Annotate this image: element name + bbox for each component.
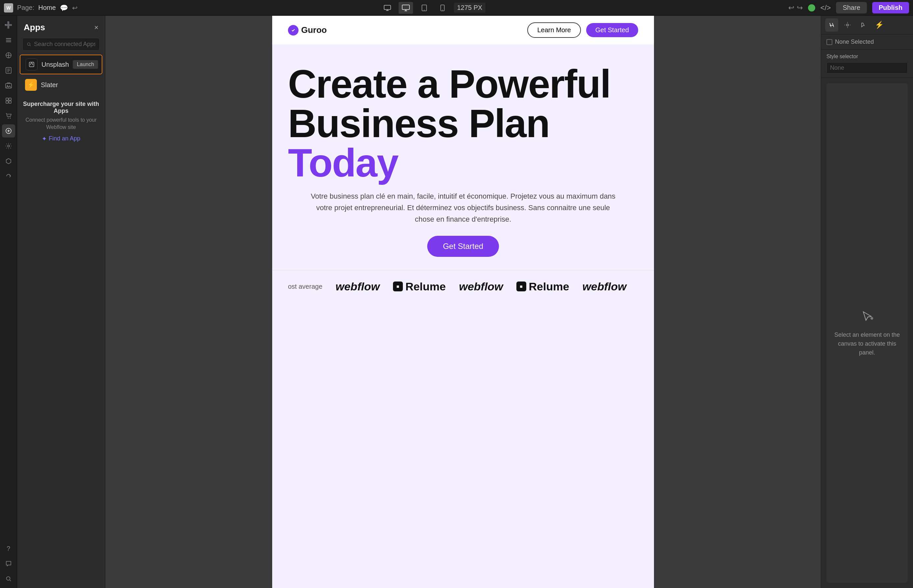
hero-subtext: Votre business plan clé en main, facile,… (308, 191, 618, 225)
search-icon (27, 42, 31, 47)
svg-rect-8 (6, 42, 11, 42)
logo-webflow-2: webflow (459, 280, 503, 293)
logos-label: ost average (288, 283, 322, 291)
canvas-msg-text: Select an element on the canvas to activ… (833, 331, 901, 357)
sidebar-item-layers[interactable] (2, 34, 15, 47)
hero-get-started-btn[interactable]: Get Started (427, 236, 499, 257)
logo-relume-1: ■ Relume (393, 280, 446, 293)
nav-learn-more-btn[interactable]: Learn More (527, 23, 581, 38)
nav-get-started-btn[interactable]: Get Started (586, 23, 638, 37)
sidebar-item-integrations[interactable] (2, 170, 15, 183)
unsplash-launch-btn[interactable]: Launch (73, 60, 98, 69)
sidebar-item-ecommerce[interactable] (2, 109, 15, 122)
sidebar-item-nav[interactable] (2, 48, 15, 62)
right-panel-canvas-msg: Select an element on the canvas to activ… (826, 83, 908, 583)
page-label: Page: (17, 4, 34, 11)
svg-point-5 (442, 10, 443, 10)
topbar-left: W Page: Home 💬 ↩ (4, 3, 78, 13)
tab-lightning[interactable]: ⚡ (873, 18, 885, 32)
right-panel-tabs: ⚡ (821, 16, 913, 34)
svg-rect-15 (6, 101, 8, 103)
undo-btn[interactable]: ↩ (788, 3, 794, 12)
hero-heading: Create a Powerful Business Plan Today (288, 64, 638, 183)
slater-name: Slater (41, 81, 97, 89)
sidebar-item-extensions[interactable] (2, 155, 15, 168)
sidebar-item-apps[interactable] (2, 124, 15, 137)
sidebar-item-cms[interactable] (2, 64, 15, 77)
main-layout: ➕ ? (0, 16, 913, 588)
svg-rect-6 (6, 38, 11, 39)
svg-point-18 (10, 118, 11, 119)
sidebar-item-components[interactable] (2, 94, 15, 107)
code-btn[interactable]: </> (821, 3, 831, 12)
svg-point-22 (28, 43, 30, 45)
svg-point-26 (871, 317, 873, 320)
undo-redo-group: ↩ ↪ (788, 3, 803, 12)
topbar: W Page: Home 💬 ↩ 1275 PX ↩ ↪ </> Share P… (0, 0, 913, 16)
none-selected-label: None Selected (835, 39, 874, 45)
apps-panel-title: Apps (24, 23, 45, 32)
tab-settings[interactable] (841, 18, 854, 32)
hero-cta: Get Started (288, 236, 638, 257)
publish-btn[interactable]: Publish (872, 2, 909, 13)
site-hero: Create a Powerful Business Plan Today Vo… (272, 44, 654, 270)
apps-close-btn[interactable]: × (94, 23, 99, 32)
find-app-link[interactable]: ✦ Find an App (23, 135, 100, 142)
hero-heading-line2: Business Plan Today (288, 103, 638, 183)
site-logo: Guroo (288, 25, 327, 36)
style-selector-input[interactable]: None (826, 62, 908, 74)
svg-rect-14 (9, 98, 11, 100)
app-item-unsplash[interactable]: Unsplash Launch (20, 55, 102, 74)
webflow-logo: W (4, 3, 13, 13)
svg-point-20 (8, 145, 10, 147)
history-icon: ↩ (72, 4, 78, 12)
desktop-btn[interactable] (380, 2, 395, 14)
sidebar-item-add[interactable]: ➕ (2, 18, 15, 32)
svg-point-17 (8, 118, 8, 119)
icon-bar: ➕ ? (0, 16, 17, 588)
apps-panel: Apps × Unsplash Launch ⚡ Slater Supercha… (17, 16, 105, 588)
heading-b-prefix: B (288, 101, 316, 145)
find-app-label: Find an App (49, 135, 80, 142)
apps-promo-desc: Connect powerful tools to your Webflow s… (23, 116, 100, 131)
tab-interactions[interactable] (857, 18, 870, 32)
svg-point-3 (424, 10, 424, 10)
mobile-btn[interactable] (435, 2, 450, 14)
redo-btn[interactable]: ↪ (797, 3, 803, 12)
right-panel-none-selected: None Selected (821, 34, 913, 50)
style-selector-section: Style selector None (821, 50, 913, 78)
svg-rect-0 (384, 5, 391, 10)
sidebar-item-assets[interactable] (2, 79, 15, 92)
svg-rect-7 (6, 40, 11, 40)
logo-webflow-1: webflow (336, 280, 380, 293)
canvas-frame: Guroo Learn More Get Started Create a Po… (272, 16, 654, 588)
cursor-icon (861, 309, 874, 325)
find-app-icon: ✦ (42, 135, 47, 142)
site-logos: ost average webflow ■ Relume webflow ■ R… (272, 270, 654, 303)
site-nav: Guroo Learn More Get Started (272, 16, 654, 44)
tab-style[interactable] (825, 18, 838, 32)
large-desktop-btn[interactable] (398, 2, 413, 14)
site-nav-right: Learn More Get Started (527, 23, 638, 38)
share-btn[interactable]: Share (836, 2, 867, 13)
logo-relume-2: ■ Relume (516, 280, 570, 293)
icon-bar-bottom: ? (2, 542, 15, 585)
svg-point-21 (6, 577, 10, 580)
search-icon[interactable] (2, 572, 15, 585)
sidebar-item-settings[interactable] (2, 139, 15, 153)
tablet-btn[interactable] (417, 2, 432, 14)
right-panel: ⚡ None Selected Style selector None Sele… (821, 16, 913, 588)
px-display: 1275 PX (454, 3, 486, 13)
svg-rect-13 (6, 98, 8, 100)
topbar-center: 1275 PX (380, 2, 486, 14)
apps-panel-header: Apps × (17, 16, 105, 35)
page-icon: 💬 (60, 4, 68, 12)
help-icon[interactable]: ? (2, 542, 15, 555)
apps-promo-title: Supercharge your site with Apps (23, 101, 100, 115)
comments-icon[interactable] (2, 557, 15, 570)
app-item-slater[interactable]: ⚡ Slater (20, 76, 102, 94)
svg-point-25 (847, 24, 848, 26)
heading-line2-purple: Today (288, 141, 398, 185)
slater-icon: ⚡ (25, 79, 37, 91)
search-input[interactable] (34, 41, 96, 48)
